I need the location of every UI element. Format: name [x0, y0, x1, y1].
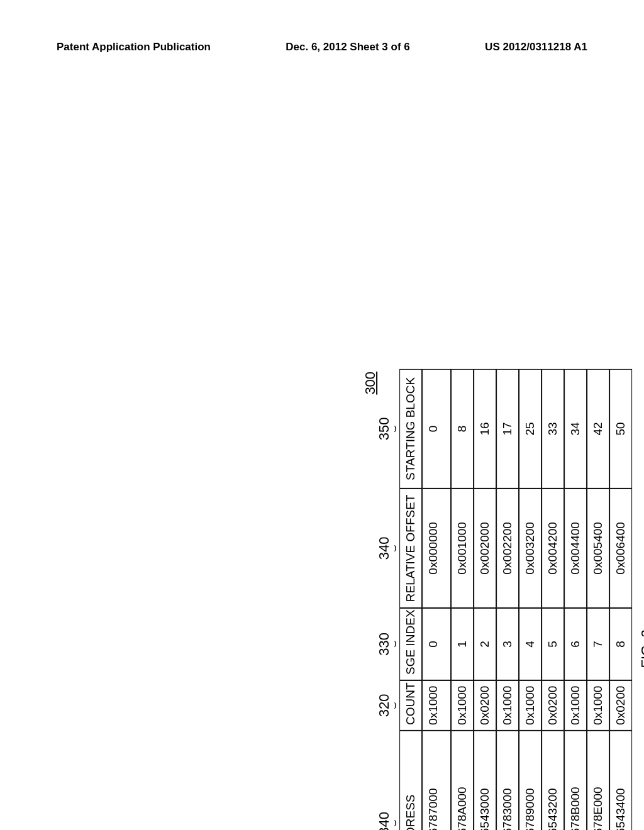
- col-header-relative-offset: RELATIVE OFFSET: [399, 489, 422, 608]
- cell-sge-index: 4: [519, 608, 541, 680]
- cell-starting-block: 0: [422, 369, 451, 489]
- cell-sge-index: 0: [422, 608, 451, 680]
- cell-address: 0x00001234 5678B000: [564, 731, 587, 830]
- col-header-count: COUNT: [399, 680, 422, 731]
- cell-count: 0x1000: [422, 680, 451, 731]
- cell-count: 0x1000: [587, 680, 609, 731]
- cell-relative-offset: 0x005400: [587, 489, 609, 608]
- cell-relative-offset: 0x003200: [519, 489, 541, 608]
- cell-relative-offset: 0x000000: [422, 489, 451, 608]
- cell-count: 0x0200: [609, 680, 632, 731]
- cell-address: 0x00001234 5678E000: [587, 731, 609, 830]
- cell-starting-block: 42: [587, 369, 609, 489]
- cell-address: 0x00000432 76543400: [609, 731, 632, 830]
- cell-address: 0x00000432 76543000: [474, 731, 496, 830]
- cell-count: 0x1000: [496, 680, 519, 731]
- cell-starting-block: 33: [541, 369, 564, 489]
- cell-sge-index: 2: [474, 608, 496, 680]
- cell-relative-offset: 0x002000: [474, 489, 496, 608]
- cell-sge-index: 8: [609, 608, 632, 680]
- cell-sge-index: 5: [541, 608, 564, 680]
- cell-relative-offset: 0x002200: [496, 489, 519, 608]
- page-header: Patent Application Publication Dec. 6, 2…: [0, 41, 644, 53]
- cell-address: 0x00001234 56789000: [519, 731, 541, 830]
- cell-count: 0x0200: [541, 680, 564, 731]
- header-center: Dec. 6, 2012 Sheet 3 of 6: [286, 41, 410, 53]
- cell-sge-index: 3: [496, 608, 519, 680]
- cell-starting-block: 17: [496, 369, 519, 489]
- cell-sge-index: 6: [564, 608, 587, 680]
- cell-address: 0x00001234 5678A000: [451, 731, 474, 830]
- header-right: US 2012/0311218 A1: [485, 41, 587, 53]
- cell-relative-offset: 0x004400: [564, 489, 587, 608]
- cell-starting-block: 8: [451, 369, 474, 489]
- cell-sge-index: 7: [587, 608, 609, 680]
- cell-starting-block: 50: [609, 369, 632, 489]
- cell-count: 0x1000: [564, 680, 587, 731]
- col-header-address: ADDRESS: [399, 731, 422, 830]
- cell-relative-offset: 0x006400: [609, 489, 632, 608]
- cell-starting-block: 16: [474, 369, 496, 489]
- col-header-starting-block: STARTING BLOCK: [399, 369, 422, 489]
- rotated-figure-block: 300 340⌣ 320⌣ 330⌣ 340⌣ 350⌣ ADDRESS COU…: [376, 357, 644, 830]
- fig3-column-refs: 300 340⌣ 320⌣ 330⌣ 340⌣ 350⌣: [376, 357, 398, 830]
- cell-sge-index: 1: [451, 608, 474, 680]
- cell-address: 0x00001234 56787000: [422, 731, 451, 830]
- cell-starting-block: 25: [519, 369, 541, 489]
- cell-starting-block: 34: [564, 369, 587, 489]
- col-header-sge-index: SGE INDEX: [399, 608, 422, 680]
- header-left: Patent Application Publication: [57, 41, 211, 53]
- fig3-caption: FIG. 3: [638, 357, 644, 830]
- cell-relative-offset: 0x004200: [541, 489, 564, 608]
- fig3-sge-table: ADDRESS COUNT SGE INDEX RELATIVE OFFSET …: [399, 357, 632, 830]
- cell-count: 0x0200: [474, 680, 496, 731]
- cell-address: 0x00000432 76543200: [541, 731, 564, 830]
- cell-count: 0x1000: [451, 680, 474, 731]
- cell-address: 0x00001234 56783000: [496, 731, 519, 830]
- cell-relative-offset: 0x001000: [451, 489, 474, 608]
- cell-count: 0x1000: [519, 680, 541, 731]
